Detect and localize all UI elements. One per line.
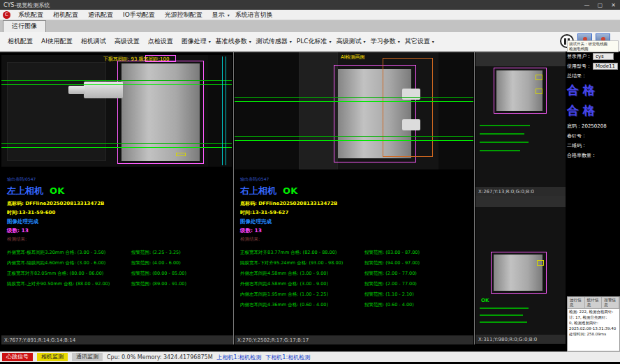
- alarm-range: 报警范围: (89.00 - 91.00): [131, 281, 186, 287]
- result-text-line: [480, 308, 529, 309]
- middle-camera-image[interactable]: AI检测画面: [235, 52, 473, 169]
- chevron-down-icon: ▾: [432, 39, 434, 44]
- menu-item-io-manual[interactable]: IO手动配置: [119, 10, 159, 20]
- alarm-range: 报警范围: (0.60 - 4.00): [364, 302, 414, 308]
- alarm-range: 报警范围: (2.00 - 77.00): [364, 281, 417, 287]
- chevron-down-icon: ▾: [209, 39, 211, 44]
- alarm-range: 报警范围: (2.25 - 3.25): [131, 250, 181, 256]
- roi-box: [117, 61, 204, 164]
- toolbar-plc-standard[interactable]: PLC化标准: [293, 37, 331, 46]
- result-ok-badge: OK: [283, 185, 297, 196]
- tab-run-image[interactable]: 运行图像: [3, 20, 46, 32]
- measurement-value: 正极宽耳对齐82.05mm 合格: (80.00 - 86.00): [7, 271, 131, 277]
- edge-line: [222, 56, 223, 165]
- title-bar: CYS-视觉检测系统 — ▢ ✕: [0, 0, 620, 10]
- measurement-value: 内侧左耳间距1.95mm 合格: (1.00 - 2.25): [240, 291, 364, 298]
- menu-item-comm-config[interactable]: 通讯配置: [84, 10, 117, 20]
- chevron-down-icon: ▾: [249, 39, 251, 44]
- app-logo-icon: C: [3, 11, 10, 19]
- toolbar: 相机配置 AI使用配置 相机调试 高级设置 点检设置 图像处理 ▾ 基准线参数 …: [0, 32, 620, 52]
- toolbar-learn-params[interactable]: 学习参数: [367, 37, 399, 46]
- toolbar-spot-check[interactable]: 点检设置: [145, 37, 177, 46]
- menu-item-system-config[interactable]: 系统配置: [14, 10, 47, 20]
- close-button[interactable]: ✕: [607, 0, 620, 10]
- toolbar-camera-config[interactable]: 相机配置: [4, 37, 36, 46]
- preview-column: X:267;Y:13;R:0;G:0;B:0 OK X:311;Y:980;R:…: [475, 52, 566, 344]
- left-camera-panel[interactable]: 下极耳间距: 93 极耳间距:100 输出条码/0547 左上相机 OK 底标码…: [1, 52, 233, 344]
- result-text-line: [480, 125, 530, 126]
- machine-structure: [235, 52, 299, 169]
- camera-name: 右上相机: [240, 185, 276, 196]
- overlay-measure-text: 下极耳间距: 93 极耳间距:100: [103, 56, 169, 63]
- qr-code-label: 二维码：: [567, 142, 620, 149]
- toolbar-advanced-settings[interactable]: 高级设置: [111, 37, 143, 46]
- machine-structure: [475, 196, 566, 207]
- pass-rate-label: 合格率数量：: [567, 152, 620, 159]
- result-text-line: [480, 142, 529, 143]
- menu-item-light-control[interactable]: 光源控制配置: [161, 10, 207, 20]
- result-header-line: 检测结果:: [7, 236, 230, 243]
- minimize-button[interactable]: —: [580, 0, 593, 10]
- level-line: 级数: 13: [7, 227, 230, 234]
- measurement-row: 外侧左耳间距4.58mm 合格: (3.00 - 9.00) 报警范围: (2.…: [240, 271, 471, 277]
- middle-camera-panel[interactable]: AI检测画面 输出条码/0547 右上相机 OK 底标码: DFFline202…: [235, 52, 473, 344]
- chevron-down-icon: ▾: [398, 39, 400, 44]
- measurement-value: 内侧右耳间距4.36mm 合格: (0.60 - 4.00): [240, 302, 364, 308]
- measurement-value: 隔膜宽耳-上对齐90.50mm 合格: (88.00 - 92.00): [7, 281, 131, 287]
- stats-line: 2025:02:08-13:31:39:40: [568, 326, 619, 331]
- process-done-line: 图像处理完成: [240, 218, 471, 225]
- preview-bottom[interactable]: OK: [475, 196, 566, 335]
- statistics-panel: 运行信息 统计信息 报警信息 检测: 222, 检测合格两针: 计: 17, 检…: [567, 296, 620, 351]
- alarm-range: 报警范围: (80.00 - 85.00): [131, 271, 186, 277]
- pixel-coordinate-text: X:7677;Y:891;R:14;G:14;B:14: [4, 338, 75, 343]
- output-barcode-line: 输出条码/0547: [240, 176, 471, 183]
- reel-number-label: 卷针号：: [567, 132, 620, 139]
- middle-result-block: 输出条码/0547 右上相机 OK 底标码: DFFline2025020813…: [240, 176, 471, 312]
- machine-structure: [475, 52, 566, 66]
- left-camera-image[interactable]: 下极耳间距: 93 极耳间距:100: [1, 55, 232, 167]
- barcode-line: 底标码: DFFline2025020813313472B: [240, 200, 471, 207]
- tab-marker: [176, 153, 186, 156]
- total-result-value: 合格: [567, 82, 620, 98]
- weld-mark: [402, 119, 420, 130]
- toolbar-image-process[interactable]: 图像处理: [178, 37, 210, 46]
- ai-overlay-text: AI检测画面: [341, 54, 365, 61]
- tab-marker: [536, 75, 542, 80]
- measurement-row: 内侧右耳间距4.36mm 合格: (0.60 - 4.00) 报警范围: (0.…: [240, 302, 471, 308]
- chevron-down-icon: ▾: [364, 39, 366, 44]
- measurement-row: 内侧宽耳-隔膜间距4.60mm 合格: (3.00 - 6.00) 报警范围: …: [7, 260, 230, 266]
- process-done-line: 图像处理完成: [7, 218, 230, 225]
- divider: [233, 52, 234, 344]
- toolbar-test-sensor[interactable]: 测试传感器: [253, 37, 291, 46]
- login-user-value[interactable]: cys: [593, 53, 614, 60]
- preview-top[interactable]: [475, 52, 566, 187]
- stats-tab-statistics[interactable]: 统计信息: [585, 297, 603, 308]
- right-sidebar: 登录用户： cys 使用型号： Mode11 总结果： 合格 合格 底码：202…: [567, 53, 620, 296]
- result-text-line: [480, 150, 520, 151]
- machine-structure: [208, 55, 232, 167]
- tab-strip: 运行图像: [0, 20, 620, 32]
- toolbar-camera-debug[interactable]: 相机调试: [78, 37, 110, 46]
- stats-tab-run[interactable]: 运行信息: [568, 297, 585, 308]
- menu-item-display[interactable]: 显示: [208, 10, 229, 20]
- total-result-value: 合格: [567, 103, 620, 119]
- toolbar-ai-config[interactable]: AI使用配置: [38, 37, 76, 46]
- divider: [474, 52, 475, 344]
- pixel-coordinate-text: X:270;Y:2502;R:17;G:17;B:17: [237, 338, 309, 343]
- measurement-value: 正极宽耳对齐83.77mm 合格: (82.00 - 88.00): [240, 250, 364, 256]
- menu-item-camera-config[interactable]: 相机配置: [49, 10, 82, 20]
- measure-line: [1, 80, 232, 81]
- camera-top-status: 上相机1:相机检测: [217, 354, 262, 361]
- menu-item-language[interactable]: 系统语言切换: [231, 10, 277, 20]
- model-value[interactable]: Mode11: [593, 63, 618, 70]
- stats-tab-alarm[interactable]: 报警信息: [602, 297, 619, 308]
- alarm-range: 报警范围: (83.00 - 87.00): [364, 250, 420, 256]
- maximize-button[interactable]: ▢: [593, 0, 607, 10]
- toolbar-other-settings[interactable]: 其它设置: [401, 37, 434, 46]
- tab-marker: [536, 89, 542, 94]
- toolbar-baseline-params[interactable]: 基准线参数: [212, 37, 251, 46]
- chevron-down-icon: ▾: [228, 13, 230, 17]
- toolbar-advanced-test[interactable]: 高级测试: [333, 37, 365, 46]
- alarm-range: 报警范围: (2.00 - 77.00): [364, 271, 417, 277]
- measurement-value: 外侧左耳间距4.58mm 合格: (3.00 - 9.00): [240, 271, 364, 277]
